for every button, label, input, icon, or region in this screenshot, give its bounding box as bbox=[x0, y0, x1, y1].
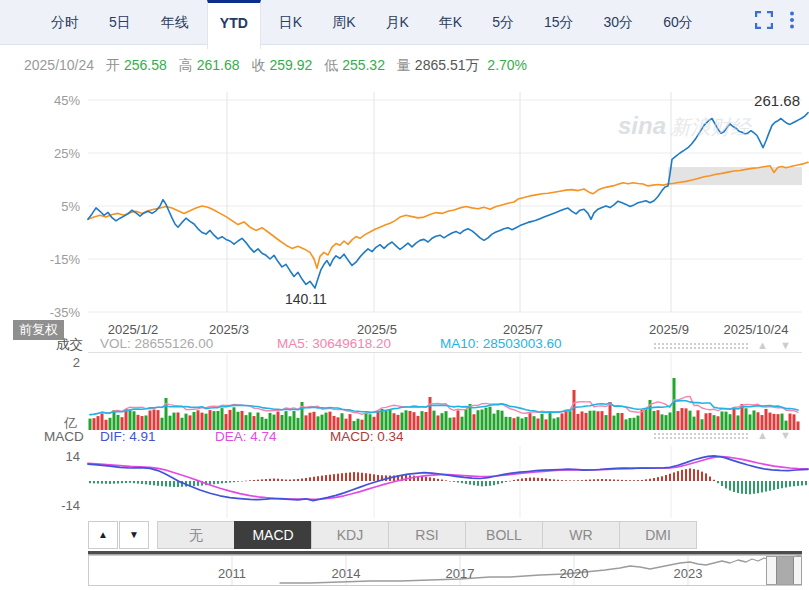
navigator-range-handle[interactable] bbox=[766, 556, 802, 585]
tab-kdj[interactable]: KDJ bbox=[311, 521, 389, 549]
tab-60min[interactable]: 60分 bbox=[651, 0, 705, 44]
tab-minute[interactable]: 分时 bbox=[39, 0, 91, 44]
nav-year-2020: 2020 bbox=[560, 566, 589, 581]
indicator-up-button[interactable]: ▲ bbox=[88, 521, 118, 549]
x-tick-oct: 2025/10/24 bbox=[723, 322, 788, 337]
volume-pane-title: 成交 bbox=[56, 336, 83, 354]
low-price-annotation: 140.11 bbox=[285, 291, 327, 307]
tab-5min[interactable]: 5分 bbox=[480, 0, 526, 44]
nav-year-2014: 2014 bbox=[332, 566, 361, 581]
navigator-grip[interactable] bbox=[776, 557, 794, 584]
tab-monthly-k[interactable]: 月K bbox=[373, 0, 420, 44]
tab-ytd[interactable]: YTD bbox=[207, 0, 261, 49]
indicator-tabbar: ▲ ▼ 无 MACD KDJ RSI BOLL WR DMI bbox=[88, 521, 697, 549]
macd-pane-drag-dots[interactable] bbox=[653, 432, 750, 440]
macd-dif-text: DIF: 4.91 bbox=[100, 429, 156, 444]
macd-y-min-label: -14 bbox=[32, 498, 80, 513]
tab-15min[interactable]: 15分 bbox=[532, 0, 586, 44]
volume-ma5-text: MA5: 30649618.20 bbox=[277, 336, 391, 351]
x-tick-jan: 2025/1/2 bbox=[108, 322, 159, 337]
volume-pane-collapse-down-icon[interactable]: ▼ bbox=[780, 340, 791, 351]
tab-daily-k[interactable]: 日K bbox=[267, 0, 314, 44]
tab-yearline[interactable]: 年线 bbox=[149, 0, 201, 44]
fullscreen-icon[interactable] bbox=[755, 11, 773, 33]
tab-5day[interactable]: 5日 bbox=[97, 0, 143, 44]
indicator-down-button[interactable]: ▼ bbox=[119, 521, 149, 549]
high-price-annotation: 261.68 bbox=[700, 92, 800, 109]
macd-pane-collapse-up-icon[interactable]: ▲ bbox=[757, 430, 768, 441]
stock-chart-app: 分时 5日 年线 YTD 日K 周K 月K 年K 5分 15分 30分 60分 … bbox=[0, 0, 809, 590]
x-tick-mar: 2025/3 bbox=[209, 322, 249, 337]
volume-value-text: VOL: 28655126.00 bbox=[100, 336, 213, 351]
period-tabbar: 分时 5日 年线 YTD 日K 周K 月K 年K 5分 15分 30分 60分 bbox=[0, 0, 809, 45]
macd-pane-collapse-down-icon[interactable]: ▼ bbox=[780, 430, 791, 441]
more-menu-icon[interactable] bbox=[789, 11, 795, 33]
tab-boll[interactable]: BOLL bbox=[465, 521, 543, 549]
macd-dea-text: DEA: 4.74 bbox=[215, 429, 277, 444]
y-tick-25: 25% bbox=[32, 146, 80, 161]
nav-year-2011: 2011 bbox=[218, 566, 246, 581]
y-tick-45: 45% bbox=[32, 93, 80, 108]
tab-weekly-k[interactable]: 周K bbox=[320, 0, 367, 44]
chart-canvas[interactable] bbox=[0, 0, 809, 590]
macd-pane-title: MACD bbox=[44, 429, 84, 444]
tab-rsi[interactable]: RSI bbox=[388, 521, 466, 549]
volume-pane-collapse-up-icon[interactable]: ▲ bbox=[757, 340, 768, 351]
y-tick-n35: -35% bbox=[32, 305, 80, 320]
tab-macd[interactable]: MACD bbox=[234, 521, 312, 549]
nav-year-2017: 2017 bbox=[446, 566, 475, 581]
volume-pane-drag-dots[interactable] bbox=[653, 342, 750, 350]
nav-year-2023: 2023 bbox=[674, 566, 703, 581]
volume-ma10-text: MA10: 28503003.60 bbox=[440, 336, 562, 351]
tab-wr[interactable]: WR bbox=[542, 521, 620, 549]
volume-scale-label: 2 bbox=[32, 355, 80, 370]
x-tick-jul: 2025/7 bbox=[503, 322, 543, 337]
y-tick-5: 5% bbox=[32, 199, 80, 214]
y-tick-n15: -15% bbox=[32, 252, 80, 267]
x-tick-may: 2025/5 bbox=[357, 322, 397, 337]
tab-yearly-k[interactable]: 年K bbox=[427, 0, 474, 44]
x-tick-sep: 2025/9 bbox=[649, 322, 689, 337]
macd-y-max-label: 14 bbox=[32, 449, 80, 464]
tab-30min[interactable]: 30分 bbox=[592, 0, 646, 44]
tab-none[interactable]: 无 bbox=[157, 521, 235, 549]
tab-dmi[interactable]: DMI bbox=[619, 521, 697, 549]
macd-value-text: MACD: 0.34 bbox=[330, 429, 404, 444]
